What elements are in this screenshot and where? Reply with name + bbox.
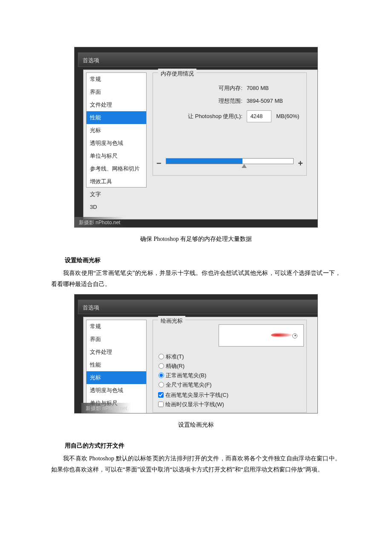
- radio-standard-label: 标准(T): [166, 353, 184, 360]
- ideal-range-value: 3894-5097 MB: [247, 98, 283, 104]
- plus-icon[interactable]: +: [298, 156, 303, 171]
- available-ram-label: 可用内存:: [153, 83, 242, 93]
- heading-openfiles: 用自己的方式打开文件: [51, 434, 341, 453]
- paragraph-cursors: 我喜欢使用“正常画笔笔尖”的光标，并显示十字线。你也许会想试试其他光标，可以逐个…: [51, 268, 341, 290]
- available-ram-value: 7080 MB: [247, 85, 269, 91]
- sidebar-item-transparency[interactable]: 透明度与色域: [86, 137, 146, 150]
- radio-precise[interactable]: 精确(R): [156, 361, 184, 371]
- preferences-dialog-cursors: 首选项 常规 界面 文件处理 性能 光标 透明度与色域 单位与标尺 参考线、网格…: [74, 294, 318, 413]
- memory-fieldset: 内存使用情况 可用内存: 7080 MB 理想范围: 3894-5097 MB …: [153, 72, 307, 176]
- radio-normal-tip-label: 正常画笔笔尖(B): [166, 372, 206, 379]
- heading-cursors: 设置绘画光标: [51, 249, 341, 268]
- sidebar-item-cursors[interactable]: 光标: [86, 371, 146, 384]
- radio-full-tip-label: 全尺寸画笔笔尖(F): [166, 382, 212, 388]
- ideal-range-label: 理想范围:: [153, 96, 242, 106]
- sidebar-item-general[interactable]: 常规: [86, 320, 146, 333]
- sidebar-item-plugins[interactable]: 增效工具: [86, 175, 146, 188]
- watermark: 新摄影 nPhoto.net: [75, 217, 124, 227]
- fieldset-legend: 内存使用情况: [158, 69, 196, 79]
- painting-cursors-fieldset: 绘画光标 标准(T) 精确(R) 正常画笔笔尖(B) 全尺寸画笔笔尖(F) 在: [153, 320, 307, 413]
- slider-fill: [166, 159, 242, 164]
- sidebar-item-filehandling[interactable]: 文件处理: [86, 346, 146, 358]
- sidebar-item-transparency[interactable]: 透明度与色域: [86, 384, 146, 397]
- sidebar-item-cursors[interactable]: 光标: [86, 124, 146, 137]
- sidebar-item-performance[interactable]: 性能: [86, 111, 146, 124]
- radio-normal-tip[interactable]: 正常画笔笔尖(B): [156, 370, 206, 381]
- checkbox-crosshair-in-tip[interactable]: 在画笔笔尖显示十字线(C): [156, 390, 228, 400]
- brush-stroke-icon: [271, 331, 296, 339]
- slider-track[interactable]: [166, 158, 294, 164]
- sidebar-item-type[interactable]: 文字: [86, 188, 146, 201]
- dialog-body: 常规 界面 文件处理 性能 光标 透明度与色域 单位与标尺 参考线、网格和切片 …: [83, 317, 317, 413]
- dialog-titlebar[interactable]: 首选项: [78, 300, 317, 314]
- dialog-title: 首选项: [83, 55, 99, 66]
- sidebar-item-performance[interactable]: 性能: [86, 358, 146, 371]
- dialog-title: 首选项: [83, 303, 99, 313]
- radio-standard[interactable]: 标准(T): [156, 352, 184, 362]
- watermark: 新摄影 nPhoto.net: [81, 403, 131, 413]
- preferences-dialog-performance: 首选项 常规 界面 文件处理 性能 光标 透明度与色域 单位与标尺 参考线、网格…: [74, 47, 318, 228]
- sidebar-item-filehandling[interactable]: 文件处理: [86, 98, 146, 111]
- sidebar-item-3d[interactable]: 3D: [86, 201, 146, 214]
- figure1-caption: 确保 Photoshop 有足够的内存处理大量数据: [51, 228, 341, 249]
- sidebar-item-guides[interactable]: 参考线、网格和切片: [86, 162, 146, 175]
- category-list: 常规 界面 文件处理 性能 光标 透明度与色域 单位与标尺 参考线、网格和切片 …: [86, 72, 147, 188]
- checkbox-crosshair-only-label: 绘画时仅显示十字线(W): [165, 401, 224, 408]
- paragraph-openfiles: 我不喜欢 Photoshop 默认的以标签页的方法排列打开的文件，而喜欢将各个文…: [51, 453, 341, 475]
- radio-full-tip[interactable]: 全尺寸画笔笔尖(F): [156, 380, 212, 390]
- memory-slider[interactable]: − +: [156, 156, 303, 168]
- figure2-caption: 设置绘画光标: [51, 413, 341, 435]
- fieldset-legend: 绘画光标: [158, 316, 185, 326]
- sidebar-item-interface[interactable]: 界面: [86, 86, 146, 98]
- dialog-titlebar[interactable]: 首选项: [78, 52, 317, 67]
- category-list: 常规 界面 文件处理 性能 光标 透明度与色域 单位与标尺 参考线、网格和切片 …: [86, 320, 147, 413]
- sidebar-item-general[interactable]: 常规: [86, 73, 146, 86]
- let-ps-use-label: 让 Photoshop 使用(L):: [153, 111, 242, 121]
- sidebar-item-interface[interactable]: 界面: [86, 333, 146, 346]
- radio-precise-label: 精确(R): [166, 363, 184, 369]
- let-ps-use-input[interactable]: 4248: [247, 110, 271, 122]
- minus-icon[interactable]: −: [156, 156, 161, 171]
- sidebar-item-units[interactable]: 单位与标尺: [86, 150, 146, 162]
- let-ps-use-suffix: MB(60%): [276, 113, 299, 119]
- checkbox-crosshair-only[interactable]: 绘画时仅显示十字线(W): [156, 399, 224, 410]
- dialog-body: 常规 界面 文件处理 性能 光标 透明度与色域 单位与标尺 参考线、网格和切片 …: [83, 69, 317, 220]
- checkbox-crosshair-in-tip-label: 在画笔笔尖显示十字线(C): [165, 392, 228, 398]
- slider-marker-icon: [242, 164, 247, 168]
- cursor-preview: [219, 324, 304, 347]
